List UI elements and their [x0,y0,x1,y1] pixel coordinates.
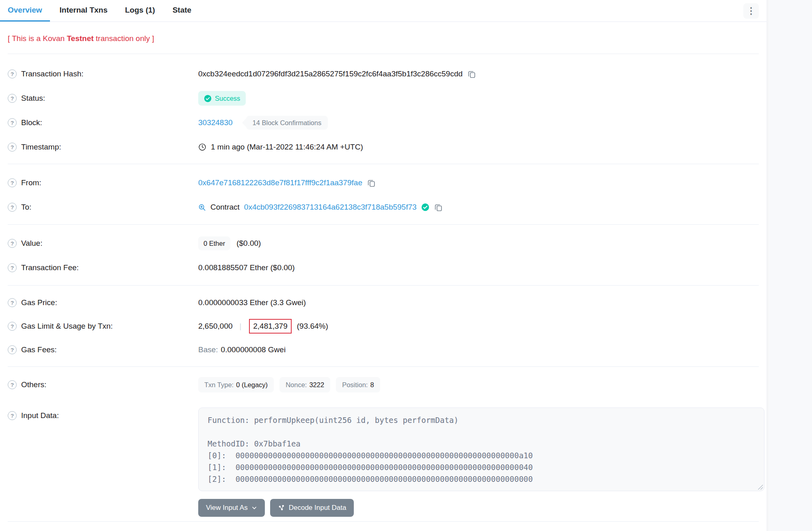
row-value: ? Value: 0 Ether ($0.00) [8,231,759,256]
zoom-in-icon[interactable] [198,204,206,211]
gas-fees-base-value: 0.000000008 Gwei [221,345,286,354]
others-label: Others: [21,380,46,389]
gas-separator: | [237,322,244,331]
gas-fees-base-label: Base: [198,345,218,354]
row-others: ? Others: Txn Type: 0 (Legacy) Nonce: 32… [8,373,759,397]
tab-overview[interactable]: Overview [0,0,50,22]
help-icon[interactable]: ? [8,118,17,127]
help-icon[interactable]: ? [8,239,17,248]
gas-price-label: Gas Price: [21,298,57,307]
decode-input-data-label: Decode Input Data [289,504,346,512]
section-summary: ? Transaction Hash: 0xcb324eedcd1d07296f… [8,54,759,164]
tab-bar: Overview Internal Txns Logs (1) State ⋮ [0,0,767,22]
copy-icon [467,69,476,78]
section-gas: ? Gas Price: 0.0000000033 Ether (3.3 Gwe… [8,286,759,367]
tab-logs[interactable]: Logs (1) [117,0,163,22]
value-usd: ($0.00) [236,239,261,248]
help-icon[interactable]: ? [8,322,17,331]
decode-icon [278,504,285,511]
position-badge: Position: 8 [336,377,380,392]
row-transaction-hash: ? Transaction Hash: 0xcb324eedcd1d07296f… [8,62,759,86]
status-badge-text: Success [215,95,240,102]
transaction-hash-value: 0xcb324eedcd1d07296fdf3d215a2865275f159c… [198,69,463,78]
row-input-data: ? Input Data: Function: performUpkeep(ui… [8,407,759,517]
to-contract-word: Contract [210,203,240,212]
transaction-page: Overview Internal Txns Logs (1) State ⋮ … [0,0,812,531]
row-timestamp: ? Timestamp: 1 min ago (Mar-11-2022 11:4… [8,135,759,159]
to-address-link[interactable]: 0x4cb093f226983713164a62138c3f718a5b595f… [244,203,417,212]
kebab-icon: ⋮ [747,6,756,16]
help-icon[interactable]: ? [8,380,17,389]
help-icon[interactable]: ? [8,203,17,212]
value-label: Value: [21,239,42,248]
decode-input-data-button[interactable]: Decode Input Data [270,499,354,517]
help-icon[interactable]: ? [8,178,17,187]
from-label: From: [21,178,41,187]
warning-section: [ This is a Kovan Testnet transaction on… [8,22,759,54]
warning-prefix: [ This is a Kovan [8,34,67,43]
position-value: 8 [370,381,374,389]
timestamp-value: 1 min ago (Mar-11-2022 11:46:24 AM +UTC) [211,143,363,152]
testnet-warning: [ This is a Kovan Testnet transaction on… [8,34,759,43]
gas-price-value: 0.0000000033 Ether (3.3 Gwei) [198,298,306,307]
transaction-fee-value: 0.0081885507 Ether ($0.00) [198,263,295,272]
nonce-label: Nonce: [286,381,307,389]
view-input-as-button[interactable]: View Input As [198,499,265,517]
row-gas-limit-usage: ? Gas Limit & Usage by Txn: 2,650,000 | … [8,314,759,338]
nonce-value: 3222 [309,381,324,389]
copy-from-button[interactable] [367,178,376,187]
txn-type-value: 0 (Legacy) [236,381,268,389]
tab-state[interactable]: State [165,0,199,22]
gas-used-percent: (93.64%) [297,322,328,331]
help-icon[interactable]: ? [8,298,17,307]
section-value: ? Value: 0 Ether ($0.00) ? Transaction F… [8,225,759,286]
warning-suffix: transaction only ] [94,34,154,43]
chevron-down-icon [251,505,257,511]
help-icon[interactable]: ? [8,263,17,272]
input-data-textarea[interactable]: Function: performUpkeep(uint256 id, byte… [198,407,764,491]
transaction-details-card: Overview Internal Txns Logs (1) State ⋮ … [0,0,767,531]
clock-icon [198,143,206,151]
row-to: ? To: Contract 0x4cb093f226983713164a621… [8,195,759,219]
gas-limit-label: Gas Limit & Usage by Txn: [21,322,113,331]
input-data-label: Input Data: [21,411,59,420]
transaction-fee-label: Transaction Fee: [21,263,79,272]
more-options-button[interactable]: ⋮ [743,3,759,19]
help-icon[interactable]: ? [8,411,17,420]
help-icon[interactable]: ? [8,69,17,78]
value-amount-badge: 0 Ether [198,236,230,250]
position-label: Position: [342,381,368,389]
view-input-as-label: View Input As [206,504,248,512]
help-icon[interactable]: ? [8,143,17,152]
block-confirmations-badge: 14 Block Confirmations [246,116,328,130]
row-gas-price: ? Gas Price: 0.0000000033 Ether (3.3 Gwe… [8,291,759,314]
copy-to-button[interactable] [434,203,443,212]
block-label: Block: [21,118,42,127]
row-gas-fees: ? Gas Fees: Base: 0.000000008 Gwei [8,338,759,362]
nonce-badge: Nonce: 3222 [279,377,330,392]
page-background-gutter [767,0,812,531]
tab-internal-txns[interactable]: Internal Txns [52,0,115,22]
block-number-link[interactable]: 30324830 [198,118,233,127]
check-circle-icon [204,95,212,102]
section-parties: ? From: 0x647e7168122263d8e7f81f17fff9c2… [8,164,759,225]
copy-hash-button[interactable] [467,69,476,78]
from-address-link[interactable]: 0x647e7168122263d8e7f81f17fff9c2f1aa379f… [198,178,362,187]
help-icon[interactable]: ? [8,345,17,354]
status-badge: Success [198,91,246,106]
txn-type-badge: Txn Type: 0 (Legacy) [198,377,274,392]
copy-icon [434,203,443,212]
section-other: ? Others: Txn Type: 0 (Legacy) Nonce: 32… [8,367,759,522]
timestamp-label: Timestamp: [21,143,61,152]
gas-used-value-highlighted: 2,481,379 [249,319,292,334]
gas-limit-value: 2,650,000 [198,322,233,331]
verified-check-icon [421,203,429,211]
warning-bold: Testnet [67,34,93,43]
help-icon[interactable]: ? [8,94,17,103]
transaction-hash-label: Transaction Hash: [21,69,83,78]
to-label: To: [21,203,31,212]
gas-fees-label: Gas Fees: [21,345,57,354]
row-transaction-fee: ? Transaction Fee: 0.0081885507 Ether ($… [8,256,759,280]
row-status: ? Status: Success [8,86,759,111]
txn-type-label: Txn Type: [204,381,234,389]
